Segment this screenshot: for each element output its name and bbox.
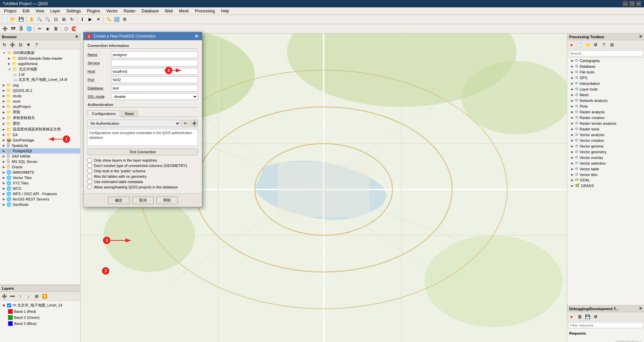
checkbox-section: Only show layers in the layer registries…: [88, 158, 198, 189]
postgis-dialog: Q Create a New PostGIS Connection ✕ Conn…: [83, 32, 202, 207]
auth-edit-btn[interactable]: ✏: [182, 120, 189, 127]
help-btn[interactable]: 帮助: [156, 196, 178, 204]
name-input[interactable]: [111, 51, 198, 58]
cb-row-6: Allow saving/loading QGIS projects in th…: [88, 185, 198, 189]
dialog-close-btn[interactable]: ✕: [194, 34, 199, 39]
auth-config-row: No Authentication ✏ ➕: [88, 120, 198, 127]
form-row-port: Port: [88, 76, 198, 83]
host-input[interactable]: [111, 68, 198, 75]
auth-section: Authentication Configurations Basic No A…: [88, 103, 198, 158]
cb-row-3: Only look in the 'public' schema: [88, 169, 198, 173]
connection-info-section: Connection Information: [88, 44, 198, 49]
form-row-ssl: SSL mode disable allow prefer require ve…: [88, 93, 198, 100]
cb-estimated-meta[interactable]: [88, 179, 92, 184]
cancel-btn[interactable]: 取消: [132, 196, 154, 204]
port-label: Port: [88, 78, 111, 82]
cb-resolve-geometry[interactable]: [88, 163, 92, 168]
form-row-service: Service: [88, 60, 198, 66]
ssl-label: SSL mode: [88, 95, 111, 99]
modal-overlay: Q Create a New PostGIS Connection ✕ Conn…: [0, 0, 644, 342]
cb-row-2: Don't resolve type of unrestricted colum…: [88, 163, 198, 168]
host-label: Host: [88, 69, 111, 73]
form-row-database: Database: [88, 85, 198, 92]
dialog-content: Connection Information Name Service Host…: [84, 40, 202, 193]
name-label: Name: [88, 53, 111, 57]
port-input[interactable]: [111, 76, 198, 83]
service-label: Service: [88, 61, 111, 65]
cb-layer-registry[interactable]: [88, 158, 92, 162]
qgis-dialog-icon: Q: [86, 34, 92, 39]
auth-section-label: Authentication: [88, 103, 198, 108]
ok-btn[interactable]: 确定: [108, 196, 129, 204]
auth-tabs: Configurations Basic: [88, 110, 198, 117]
database-label: Database: [88, 86, 111, 90]
form-row-host: Host: [88, 68, 198, 75]
dialog-footer: 确定 取消 帮助: [84, 193, 202, 207]
auth-add-btn[interactable]: ➕: [191, 120, 198, 127]
cb-row-5: Use estimated table metadata: [88, 179, 198, 184]
database-input[interactable]: [111, 85, 198, 92]
test-connection-btn[interactable]: Test Connection: [88, 149, 198, 155]
auth-config-select[interactable]: No Authentication: [88, 120, 180, 127]
tab-configurations[interactable]: Configurations: [88, 110, 120, 117]
dialog-title-text: Create a New PostGIS Connection: [94, 34, 156, 39]
cb-list-tables[interactable]: [88, 174, 92, 178]
cb-row-1: Only show layers in the layer registries: [88, 158, 198, 162]
tab-basic[interactable]: Basic: [121, 110, 139, 117]
service-input[interactable]: [111, 60, 198, 66]
cb-row-4: Also list tables with no geometry: [88, 174, 198, 178]
dialog-title-container: Q Create a New PostGIS Connection: [86, 34, 156, 39]
cb-public-schema[interactable]: [88, 169, 92, 173]
dialog-titlebar: Q Create a New PostGIS Connection ✕: [84, 32, 202, 40]
auth-note: Configurations store encrypted credentia…: [88, 129, 198, 146]
cb-save-projects[interactable]: [88, 185, 92, 189]
ssl-select[interactable]: disable allow prefer require verify-ca v…: [111, 93, 198, 100]
form-row-name: Name: [88, 51, 198, 58]
